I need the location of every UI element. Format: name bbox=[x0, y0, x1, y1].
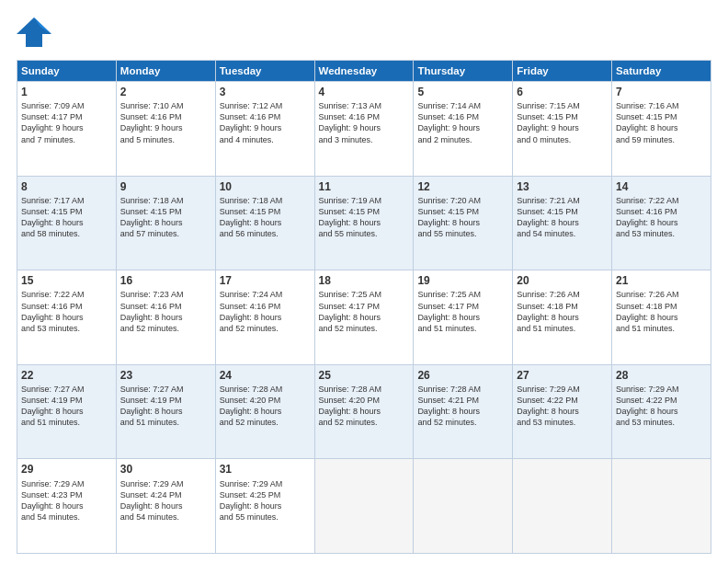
calendar-cell: 22Sunrise: 7:27 AMSunset: 4:19 PMDayligh… bbox=[17, 364, 117, 459]
day-info: Sunrise: 7:25 AMSunset: 4:17 PMDaylight:… bbox=[417, 289, 508, 334]
weekday-header-wednesday: Wednesday bbox=[314, 61, 414, 82]
weekday-header-friday: Friday bbox=[513, 61, 612, 82]
day-number: 21 bbox=[616, 273, 707, 288]
day-info: Sunrise: 7:28 AMSunset: 4:21 PMDaylight:… bbox=[417, 384, 508, 429]
calendar-cell: 3Sunrise: 7:12 AMSunset: 4:16 PMDaylight… bbox=[215, 82, 314, 177]
calendar-cell bbox=[513, 459, 612, 554]
calendar-week-5: 29Sunrise: 7:29 AMSunset: 4:23 PMDayligh… bbox=[17, 459, 711, 554]
calendar-cell: 19Sunrise: 7:25 AMSunset: 4:17 PMDayligh… bbox=[414, 270, 513, 365]
day-number: 20 bbox=[517, 273, 608, 288]
calendar-cell: 29Sunrise: 7:29 AMSunset: 4:23 PMDayligh… bbox=[17, 459, 117, 554]
calendar-cell: 25Sunrise: 7:28 AMSunset: 4:20 PMDayligh… bbox=[314, 364, 414, 459]
calendar-cell: 14Sunrise: 7:22 AMSunset: 4:16 PMDayligh… bbox=[612, 176, 711, 270]
day-number: 24 bbox=[220, 368, 311, 383]
day-number: 9 bbox=[120, 179, 211, 194]
day-info: Sunrise: 7:10 AMSunset: 4:16 PMDaylight:… bbox=[120, 100, 211, 145]
day-number: 12 bbox=[417, 179, 508, 194]
day-number: 27 bbox=[517, 368, 608, 383]
day-info: Sunrise: 7:22 AMSunset: 4:16 PMDaylight:… bbox=[21, 289, 112, 334]
day-info: Sunrise: 7:09 AMSunset: 4:17 PMDaylight:… bbox=[21, 100, 112, 145]
day-info: Sunrise: 7:16 AMSunset: 4:15 PMDaylight:… bbox=[616, 100, 707, 145]
day-info: Sunrise: 7:20 AMSunset: 4:15 PMDaylight:… bbox=[417, 195, 508, 240]
day-number: 8 bbox=[21, 179, 112, 194]
calendar-table: SundayMondayTuesdayWednesdayThursdayFrid… bbox=[17, 60, 711, 554]
day-info: Sunrise: 7:18 AMSunset: 4:15 PMDaylight:… bbox=[220, 195, 311, 240]
weekday-header-sunday: Sunday bbox=[17, 61, 117, 82]
calendar-cell: 18Sunrise: 7:25 AMSunset: 4:17 PMDayligh… bbox=[314, 270, 414, 365]
day-info: Sunrise: 7:14 AMSunset: 4:16 PMDaylight:… bbox=[417, 100, 508, 145]
calendar-cell: 8Sunrise: 7:17 AMSunset: 4:15 PMDaylight… bbox=[17, 176, 117, 270]
svg-marker-0 bbox=[17, 17, 51, 47]
day-number: 17 bbox=[220, 273, 311, 288]
day-number: 11 bbox=[319, 179, 410, 194]
calendar-cell: 5Sunrise: 7:14 AMSunset: 4:16 PMDaylight… bbox=[414, 82, 513, 177]
weekday-header-tuesday: Tuesday bbox=[215, 61, 314, 82]
day-info: Sunrise: 7:29 AMSunset: 4:25 PMDaylight:… bbox=[220, 478, 311, 523]
day-number: 1 bbox=[21, 85, 112, 99]
calendar-cell: 6Sunrise: 7:15 AMSunset: 4:15 PMDaylight… bbox=[513, 82, 612, 177]
day-info: Sunrise: 7:29 AMSunset: 4:24 PMDaylight:… bbox=[120, 478, 211, 523]
calendar-cell: 2Sunrise: 7:10 AMSunset: 4:16 PMDaylight… bbox=[116, 82, 215, 177]
day-info: Sunrise: 7:26 AMSunset: 4:18 PMDaylight:… bbox=[616, 289, 707, 334]
calendar-cell: 12Sunrise: 7:20 AMSunset: 4:15 PMDayligh… bbox=[414, 176, 513, 270]
day-info: Sunrise: 7:29 AMSunset: 4:22 PMDaylight:… bbox=[517, 384, 608, 429]
day-number: 7 bbox=[616, 85, 707, 99]
calendar-week-1: 1Sunrise: 7:09 AMSunset: 4:17 PMDaylight… bbox=[17, 82, 711, 177]
calendar-cell: 7Sunrise: 7:16 AMSunset: 4:15 PMDaylight… bbox=[612, 82, 711, 177]
calendar-cell: 27Sunrise: 7:29 AMSunset: 4:22 PMDayligh… bbox=[513, 364, 612, 459]
calendar-cell: 1Sunrise: 7:09 AMSunset: 4:17 PMDaylight… bbox=[17, 82, 117, 177]
day-number: 5 bbox=[417, 85, 508, 99]
calendar-cell bbox=[314, 459, 414, 554]
day-number: 6 bbox=[517, 85, 608, 99]
day-info: Sunrise: 7:25 AMSunset: 4:17 PMDaylight:… bbox=[319, 289, 410, 334]
day-number: 13 bbox=[517, 179, 608, 194]
calendar-cell: 9Sunrise: 7:18 AMSunset: 4:15 PMDaylight… bbox=[116, 176, 215, 270]
day-info: Sunrise: 7:13 AMSunset: 4:16 PMDaylight:… bbox=[319, 100, 410, 145]
day-info: Sunrise: 7:27 AMSunset: 4:19 PMDaylight:… bbox=[120, 384, 211, 429]
day-number: 14 bbox=[616, 179, 707, 194]
day-info: Sunrise: 7:21 AMSunset: 4:15 PMDaylight:… bbox=[517, 195, 608, 240]
day-info: Sunrise: 7:29 AMSunset: 4:22 PMDaylight:… bbox=[616, 384, 707, 429]
calendar-cell: 31Sunrise: 7:29 AMSunset: 4:25 PMDayligh… bbox=[215, 459, 314, 554]
day-info: Sunrise: 7:26 AMSunset: 4:18 PMDaylight:… bbox=[517, 289, 608, 334]
day-number: 23 bbox=[120, 368, 211, 383]
calendar-cell: 30Sunrise: 7:29 AMSunset: 4:24 PMDayligh… bbox=[116, 459, 215, 554]
calendar-cell: 15Sunrise: 7:22 AMSunset: 4:16 PMDayligh… bbox=[17, 270, 117, 365]
day-info: Sunrise: 7:28 AMSunset: 4:20 PMDaylight:… bbox=[319, 384, 410, 429]
day-number: 29 bbox=[21, 462, 112, 477]
calendar-week-3: 15Sunrise: 7:22 AMSunset: 4:16 PMDayligh… bbox=[17, 270, 711, 365]
calendar-cell: 21Sunrise: 7:26 AMSunset: 4:18 PMDayligh… bbox=[612, 270, 711, 365]
day-number: 3 bbox=[220, 85, 311, 99]
calendar-header-row: SundayMondayTuesdayWednesdayThursdayFrid… bbox=[17, 61, 711, 82]
day-info: Sunrise: 7:23 AMSunset: 4:16 PMDaylight:… bbox=[120, 289, 211, 334]
calendar-cell bbox=[414, 459, 513, 554]
weekday-header-saturday: Saturday bbox=[612, 61, 711, 82]
day-number: 18 bbox=[319, 273, 410, 288]
day-number: 4 bbox=[319, 85, 410, 99]
calendar-cell: 10Sunrise: 7:18 AMSunset: 4:15 PMDayligh… bbox=[215, 176, 314, 270]
calendar-cell bbox=[612, 459, 711, 554]
day-info: Sunrise: 7:17 AMSunset: 4:15 PMDaylight:… bbox=[21, 195, 112, 240]
day-info: Sunrise: 7:12 AMSunset: 4:16 PMDaylight:… bbox=[220, 100, 311, 145]
weekday-header-monday: Monday bbox=[116, 61, 215, 82]
logo bbox=[17, 14, 55, 52]
calendar-cell: 13Sunrise: 7:21 AMSunset: 4:15 PMDayligh… bbox=[513, 176, 612, 270]
calendar-cell: 26Sunrise: 7:28 AMSunset: 4:21 PMDayligh… bbox=[414, 364, 513, 459]
calendar-cell: 28Sunrise: 7:29 AMSunset: 4:22 PMDayligh… bbox=[612, 364, 711, 459]
calendar-week-2: 8Sunrise: 7:17 AMSunset: 4:15 PMDaylight… bbox=[17, 176, 711, 270]
calendar-cell: 4Sunrise: 7:13 AMSunset: 4:16 PMDaylight… bbox=[314, 82, 414, 177]
weekday-header-thursday: Thursday bbox=[414, 61, 513, 82]
day-info: Sunrise: 7:29 AMSunset: 4:23 PMDaylight:… bbox=[21, 478, 112, 523]
calendar-cell: 23Sunrise: 7:27 AMSunset: 4:19 PMDayligh… bbox=[116, 364, 215, 459]
day-number: 19 bbox=[417, 273, 508, 288]
day-number: 30 bbox=[120, 462, 211, 477]
day-number: 28 bbox=[616, 368, 707, 383]
day-number: 25 bbox=[319, 368, 410, 383]
day-info: Sunrise: 7:24 AMSunset: 4:16 PMDaylight:… bbox=[220, 289, 311, 334]
day-number: 26 bbox=[417, 368, 508, 383]
day-info: Sunrise: 7:15 AMSunset: 4:15 PMDaylight:… bbox=[517, 100, 608, 145]
calendar-week-4: 22Sunrise: 7:27 AMSunset: 4:19 PMDayligh… bbox=[17, 364, 711, 459]
day-info: Sunrise: 7:28 AMSunset: 4:20 PMDaylight:… bbox=[220, 384, 311, 429]
day-info: Sunrise: 7:18 AMSunset: 4:15 PMDaylight:… bbox=[120, 195, 211, 240]
logo-bird-icon bbox=[17, 14, 51, 52]
